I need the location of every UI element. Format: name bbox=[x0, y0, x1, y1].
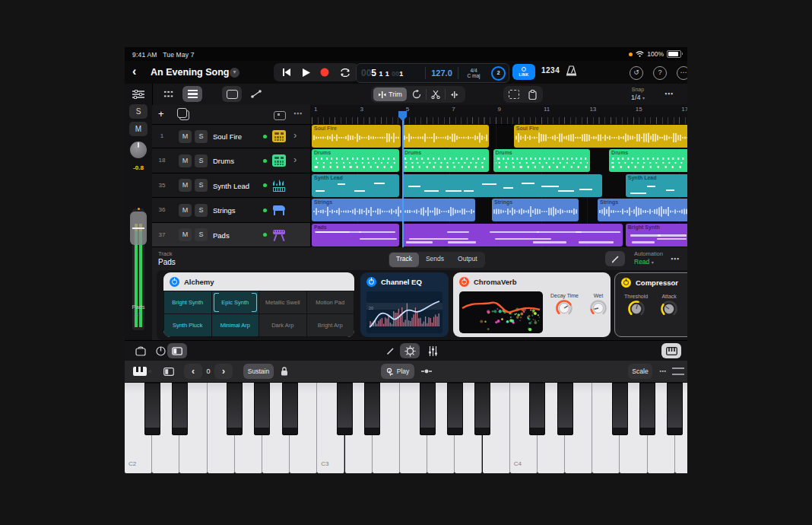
track-mute-button[interactable]: M bbox=[179, 154, 192, 167]
track-mute-button[interactable]: M bbox=[179, 204, 192, 217]
track-detail-chevron[interactable]: › bbox=[293, 154, 297, 165]
preset-synth-pluck[interactable]: Synth Pluck bbox=[164, 314, 211, 336]
black-key[interactable] bbox=[447, 383, 463, 435]
toolbar-more-button[interactable]: ⋯ bbox=[665, 89, 674, 99]
region-drums[interactable]: Drums bbox=[402, 149, 489, 172]
lcd-time-signature[interactable]: 4/4C maj bbox=[458, 68, 489, 79]
metronome-button[interactable] bbox=[566, 65, 577, 76]
tab-track[interactable]: Track bbox=[389, 253, 419, 267]
knob-dial[interactable] bbox=[555, 299, 573, 317]
black-key[interactable] bbox=[364, 383, 380, 435]
tracks-view-button[interactable] bbox=[182, 86, 202, 102]
knob-decay-time[interactable]: Decay Time bbox=[550, 293, 579, 317]
loop-tool-button[interactable] bbox=[408, 88, 426, 101]
mixer-faders-button[interactable] bbox=[423, 343, 442, 358]
region-pads[interactable] bbox=[402, 224, 623, 247]
region-bright-synth[interactable]: Bright Synth bbox=[626, 224, 687, 247]
black-key[interactable] bbox=[557, 383, 573, 435]
trim-tool-button[interactable]: Trim bbox=[373, 88, 407, 101]
bar-ruler[interactable]: 1357911131517 bbox=[310, 105, 687, 125]
preset-motion-pad[interactable]: Motion Pad bbox=[307, 291, 354, 313]
track-mute-button[interactable]: M bbox=[179, 228, 192, 241]
region-pads[interactable]: Pads bbox=[312, 224, 399, 247]
plugin-tile-alchemy[interactable]: Alchemy Bright SynthEpic SynthMetallic S… bbox=[163, 272, 354, 337]
region-strings[interactable]: Strings bbox=[598, 199, 687, 221]
loop-browser-button[interactable] bbox=[131, 343, 151, 358]
region-drums[interactable]: Drums bbox=[493, 149, 591, 172]
editor-pencil-button[interactable] bbox=[380, 343, 400, 358]
region-drums[interactable]: Drums bbox=[312, 149, 399, 172]
track-solo-button[interactable]: S bbox=[195, 228, 208, 241]
join-tool-button[interactable] bbox=[446, 88, 464, 101]
play-button[interactable] bbox=[302, 68, 310, 77]
knob-wet[interactable]: Wet bbox=[589, 293, 607, 317]
inspector-panel-button[interactable] bbox=[167, 343, 187, 358]
knob-dial[interactable] bbox=[589, 299, 607, 317]
count-in-button[interactable]: 1234 bbox=[541, 66, 560, 75]
knob-dial[interactable] bbox=[627, 300, 645, 318]
knob-threshold[interactable]: Threshold bbox=[624, 294, 648, 318]
region-drums[interactable]: Drums bbox=[609, 149, 687, 172]
pan-knob[interactable] bbox=[130, 142, 147, 158]
knob-dial[interactable] bbox=[660, 300, 678, 318]
track-mute-button[interactable]: M bbox=[179, 130, 192, 143]
fader-handle[interactable] bbox=[130, 212, 147, 245]
song-title-chevron-icon[interactable]: ▾ bbox=[230, 68, 239, 78]
knob-attack[interactable]: Attack bbox=[660, 294, 678, 318]
lcd-tempo[interactable]: 127.0 bbox=[426, 68, 458, 78]
back-button[interactable]: ‹ bbox=[132, 65, 136, 78]
region-synth-lead[interactable]: Synth Lead bbox=[312, 174, 399, 197]
black-key[interactable] bbox=[144, 383, 160, 435]
automation-pencil-button[interactable] bbox=[605, 251, 625, 266]
region-strings[interactable]: Strings bbox=[492, 199, 579, 221]
automation-button[interactable] bbox=[246, 86, 266, 102]
mixer-settings-icon[interactable] bbox=[132, 90, 144, 99]
song-title[interactable]: An Evening Song bbox=[151, 67, 229, 78]
record-button[interactable] bbox=[320, 68, 329, 77]
live-loops-view-button[interactable] bbox=[158, 86, 178, 102]
preset-dark-arp[interactable]: Dark Arp bbox=[259, 314, 306, 336]
split-tool-button[interactable] bbox=[427, 88, 445, 101]
track-row[interactable]: 36MSStrings bbox=[152, 198, 310, 222]
snap-control[interactable]: Snap 1/4 ▾ bbox=[631, 85, 645, 103]
track-solo-button[interactable]: S bbox=[195, 179, 208, 192]
region-soul-fire[interactable] bbox=[402, 125, 489, 148]
track-solo-button[interactable]: S bbox=[195, 154, 208, 167]
track-row[interactable]: 18MSDrums› bbox=[152, 148, 310, 173]
duplicate-track-icon[interactable] bbox=[179, 110, 189, 120]
octave-down-button[interactable]: ‹ bbox=[184, 364, 202, 379]
black-key[interactable] bbox=[639, 383, 655, 435]
region-synth-lead[interactable]: Synth Lead bbox=[626, 174, 687, 197]
preset-metallic-swell[interactable]: Metallic Swell bbox=[259, 291, 306, 313]
region-soul-fire[interactable]: Soul Fire bbox=[514, 125, 687, 148]
black-key[interactable] bbox=[474, 383, 490, 435]
compressor-power-icon[interactable] bbox=[621, 278, 631, 288]
plugin-tile-chromaverb[interactable]: ChromaVerb Decay TimeWet bbox=[453, 272, 611, 337]
plugin-tile-compressor[interactable]: Compressor ThresholdAttackRe bbox=[614, 272, 687, 337]
chromaverb-power-icon[interactable] bbox=[459, 277, 469, 287]
track-solo-button[interactable]: S bbox=[195, 204, 208, 217]
keyboard-resize-handle[interactable] bbox=[671, 364, 686, 379]
sustain-lock-button[interactable] bbox=[277, 364, 292, 379]
black-key[interactable] bbox=[420, 383, 436, 435]
black-key[interactable] bbox=[254, 383, 270, 435]
sustain-button[interactable]: Sustain bbox=[243, 364, 274, 379]
black-key[interactable] bbox=[337, 383, 353, 435]
region-strings[interactable]: Strings bbox=[312, 199, 475, 221]
track-detail-chevron[interactable]: › bbox=[293, 129, 297, 141]
keyboard-toggle-button[interactable] bbox=[661, 343, 681, 358]
keys-more-button[interactable]: ⋯ bbox=[655, 364, 671, 379]
black-key[interactable] bbox=[529, 383, 545, 435]
solo-button[interactable]: S bbox=[129, 104, 147, 119]
black-key[interactable] bbox=[612, 383, 628, 435]
track-row[interactable]: 1MSSoul Fire› bbox=[152, 124, 310, 148]
more-options-button[interactable]: ⋯ bbox=[677, 66, 687, 80]
region-soul-fire[interactable]: Soul Fire bbox=[312, 125, 401, 148]
track-row[interactable]: 35MSSynth Lead bbox=[152, 173, 310, 198]
split-keyboard-button[interactable] bbox=[160, 364, 178, 379]
go-to-beginning-button[interactable] bbox=[282, 68, 291, 76]
automation-mode[interactable]: Read ▾ bbox=[634, 258, 654, 266]
channel-eq-power-icon[interactable] bbox=[366, 277, 376, 287]
plugin-panel-more-button[interactable]: ⋯ bbox=[671, 254, 680, 264]
region-synth-lead[interactable] bbox=[402, 174, 602, 197]
